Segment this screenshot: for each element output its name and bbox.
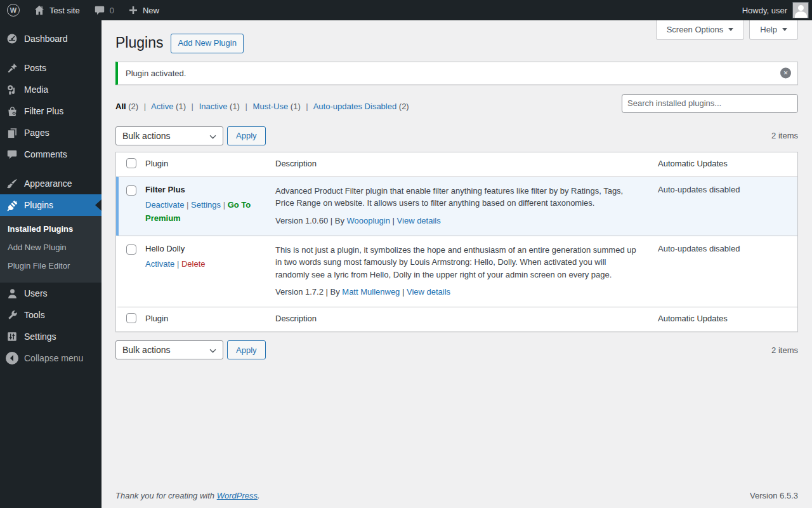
table-footer-row: Plugin Description Automatic Updates (116, 307, 797, 331)
notice-message: Plugin activated. (126, 69, 186, 78)
sidebar-item-media[interactable]: Media (0, 79, 102, 100)
plug-icon (6, 199, 18, 211)
row-checkbox[interactable] (126, 244, 136, 255)
help-button[interactable]: Help (749, 20, 798, 40)
sidebar-label: Settings (24, 331, 56, 342)
site-name-label: Test site (49, 6, 80, 15)
filter-inactive[interactable]: Inactive (199, 102, 228, 111)
sidebar-item-plugins[interactable]: Plugins (0, 194, 102, 216)
column-header-description: Description (275, 152, 658, 177)
apply-button[interactable]: Apply (227, 126, 266, 145)
sidebar-label: Appearance (24, 178, 72, 189)
select-all-checkbox[interactable] (126, 158, 136, 168)
plugin-description: This is not just a plugin, it symbolizes… (275, 244, 649, 281)
dismiss-icon: ✕ (783, 70, 789, 76)
sidebar-label: Tools (24, 310, 45, 320)
wordpress-link[interactable]: WordPress (217, 491, 258, 500)
plus-icon (128, 5, 138, 15)
column-footer-auto-updates: Automatic Updates (658, 307, 797, 331)
submenu-installed-plugins[interactable]: Installed Plugins (0, 220, 102, 238)
sidebar-item-posts[interactable]: Posts (0, 57, 102, 79)
screen-options-label: Screen Options (667, 25, 724, 34)
sidebar-item-tools[interactable]: Tools (0, 304, 102, 326)
collapse-menu-button[interactable]: Collapse menu (0, 347, 102, 369)
account-menu[interactable]: Howdy, user (742, 2, 812, 18)
bulk-actions-value: Bulk actions (122, 131, 170, 141)
search-plugins-input[interactable] (622, 94, 798, 113)
select-all-checkbox[interactable] (126, 313, 136, 323)
settings-link[interactable]: Settings (191, 200, 221, 210)
filter-active[interactable]: Active (151, 102, 173, 111)
plugin-version: Version 1.7.2 | By (275, 287, 340, 297)
sidebar-label: Plugins (24, 200, 53, 210)
items-count-bottom: 2 items (771, 345, 798, 355)
table-row-hello-dolly: Hello Dolly Activate | Delete This is no… (116, 236, 797, 307)
bulk-actions-select-bottom[interactable]: Bulk actions (115, 340, 223, 359)
column-header-plugin: Plugin (145, 152, 275, 177)
admin-sidebar: Dashboard Posts Media Filter Plus Pages … (0, 20, 102, 508)
view-details-link[interactable]: View details (407, 287, 450, 297)
pages-icon (6, 126, 18, 139)
sidebar-label: Users (24, 288, 48, 298)
plugin-name: Filter Plus (145, 185, 266, 194)
dismiss-notice-button[interactable]: ✕ (780, 68, 791, 79)
collapse-menu-label: Collapse menu (24, 353, 83, 363)
sidebar-item-appearance[interactable]: Appearance (0, 173, 102, 194)
sidebar-item-users[interactable]: Users (0, 283, 102, 304)
sidebar-item-comments[interactable]: Comments (0, 144, 102, 165)
column-footer-description: Description (275, 307, 658, 331)
submenu-add-new-plugin[interactable]: Add New Plugin (0, 238, 102, 257)
sidebar-item-dashboard[interactable]: Dashboard (0, 28, 102, 50)
deactivate-link[interactable]: Deactivate (145, 200, 184, 210)
paintbrush-icon (6, 177, 18, 190)
sidebar-item-settings[interactable]: Settings (0, 326, 102, 347)
plugin-version: Version 1.0.60 | By (275, 216, 344, 225)
submenu-plugin-file-editor[interactable]: Plugin File Editor (0, 257, 102, 275)
select-chevron-icon (209, 345, 216, 355)
admin-content: Screen Options Help Plugins Add New Plug… (102, 20, 812, 508)
dashboard-gauge-icon (6, 32, 18, 45)
sidebar-label: Pages (24, 128, 49, 138)
column-header-auto-updates: Automatic Updates (658, 152, 797, 177)
chevron-down-icon (782, 28, 787, 34)
bulk-actions-select[interactable]: Bulk actions (115, 126, 223, 145)
wrench-icon (6, 309, 18, 321)
items-count: 2 items (771, 131, 798, 140)
filter-must-use[interactable]: Must-Use (253, 102, 289, 111)
screen-options-button[interactable]: Screen Options (656, 20, 745, 40)
author-link[interactable]: Woooplugin (347, 216, 390, 225)
plugins-table: Plugin Description Automatic Updates Fil… (115, 152, 798, 333)
sidebar-item-pages[interactable]: Pages (0, 122, 102, 144)
filter-all[interactable]: All (115, 102, 126, 111)
auto-updates-status: Auto-updates disabled (658, 236, 797, 307)
new-content-menu[interactable]: New (121, 0, 166, 20)
delete-link[interactable]: Delete (181, 259, 206, 269)
auto-updates-status: Auto-updates disabled (658, 177, 797, 236)
column-footer-plugin: Plugin (145, 307, 275, 331)
comments-shortcut[interactable]: 0 (87, 0, 121, 20)
wordpress-logo-icon: W (7, 4, 20, 17)
view-details-link[interactable]: View details (397, 216, 441, 225)
filter-auto-updates-disabled[interactable]: Auto-updates Disabled (313, 102, 397, 111)
wordpress-menu[interactable]: W (0, 0, 27, 20)
apply-button-bottom[interactable]: Apply (227, 340, 266, 359)
table-row-filter-plus: Filter Plus Deactivate | Settings | Go T… (116, 177, 797, 236)
sidebar-label: Dashboard (24, 34, 68, 44)
sidebar-label: Posts (24, 63, 46, 73)
help-label: Help (760, 25, 777, 34)
add-new-plugin-button[interactable]: Add New Plugin (171, 34, 244, 53)
plugins-submenu: Installed Plugins Add New Plugin Plugin … (0, 216, 102, 283)
admin-footer: Thank you for creating with WordPress. V… (115, 491, 798, 500)
plugin-name: Hello Dolly (145, 244, 266, 253)
footer-thanks: Thank you for creating with WordPress. (115, 491, 260, 500)
user-icon (6, 287, 18, 300)
chevron-down-icon (728, 28, 733, 34)
user-avatar (792, 2, 809, 18)
row-checkbox[interactable] (126, 185, 136, 196)
activate-link[interactable]: Activate (145, 259, 174, 269)
sidebar-item-filter-plus[interactable]: Filter Plus (0, 100, 102, 122)
author-link[interactable]: Matt Mullenweg (342, 287, 400, 297)
notice-success: Plugin activated. ✕ (115, 62, 798, 85)
screen-meta-links: Screen Options Help (656, 20, 798, 40)
site-name-link[interactable]: Test site (27, 0, 87, 20)
